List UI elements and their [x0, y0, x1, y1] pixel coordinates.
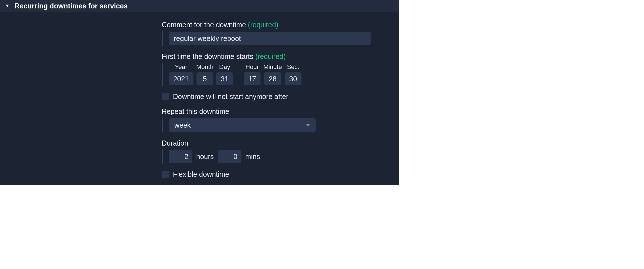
minute-input[interactable]: 28: [264, 72, 281, 85]
repeat-select[interactable]: week: [169, 118, 316, 132]
collapse-toggle-icon[interactable]: ▼: [5, 3, 10, 8]
duration-label: Duration: [162, 139, 399, 147]
sec-col-label: Sec.: [287, 63, 299, 71]
day-input[interactable]: 31: [216, 72, 233, 85]
comment-label: Comment for the downtime (required): [162, 21, 399, 29]
comment-required-mark: (required): [248, 21, 278, 29]
duration-mins-input[interactable]: 0: [218, 150, 241, 163]
recurring-downtimes-panel: ▼ Recurring downtimes for services Comme…: [0, 0, 399, 185]
field-indent-bar: [162, 63, 163, 86]
panel-header: ▼ Recurring downtimes for services: [0, 0, 399, 12]
comment-field: Comment for the downtime (required): [162, 21, 399, 46]
minute-col-label: Minute: [263, 63, 282, 71]
first-start-required-mark: (required): [255, 52, 286, 60]
duration-hours-input[interactable]: 2: [169, 150, 192, 163]
comment-label-text: Comment for the downtime: [162, 21, 246, 29]
year-col-label: Year: [175, 63, 187, 71]
month-col-label: Month: [196, 63, 213, 71]
hour-input[interactable]: 17: [244, 72, 261, 85]
day-col-label: Day: [219, 63, 230, 71]
panel-body: Comment for the downtime (required) Firs…: [0, 12, 399, 187]
comment-input[interactable]: [169, 32, 371, 45]
repeat-field: Repeat this downtime week: [162, 107, 399, 132]
repeat-select-value: week: [174, 121, 191, 129]
first-start-label-text: First time the downtime starts: [162, 52, 253, 60]
chevron-down-icon: [306, 124, 310, 127]
hour-col-label: Hour: [245, 63, 259, 71]
end-after-label: Downtime will not start anymore after: [173, 93, 288, 101]
sec-input[interactable]: 30: [285, 72, 302, 85]
field-indent-bar: [162, 31, 163, 46]
end-after-checkbox[interactable]: [162, 93, 169, 100]
duration-field: Duration 2 hours 0 mins: [162, 139, 399, 164]
hours-unit-label: hours: [196, 153, 214, 161]
mins-unit-label: mins: [245, 153, 260, 161]
year-input[interactable]: 2021: [169, 72, 193, 85]
flexible-checkbox[interactable]: [162, 171, 169, 178]
end-after-field: Downtime will not start anymore after: [162, 93, 399, 101]
first-start-field: First time the downtime starts (required…: [162, 52, 399, 86]
datetime-picker: Year 2021 Month 5 Day 31 Hour: [169, 63, 399, 85]
flexible-field: Flexible downtime: [162, 170, 399, 178]
flexible-label: Flexible downtime: [173, 170, 229, 178]
panel-title: Recurring downtimes for services: [15, 2, 128, 10]
field-indent-bar: [162, 118, 163, 132]
repeat-label: Repeat this downtime: [162, 107, 399, 116]
month-input[interactable]: 5: [197, 72, 213, 85]
field-indent-bar: [162, 150, 163, 164]
first-start-label: First time the downtime starts (required…: [162, 52, 399, 61]
